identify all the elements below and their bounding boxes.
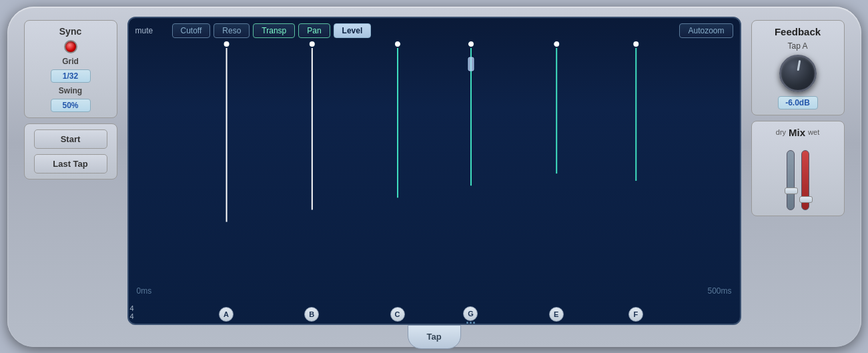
sync-label: Sync [59, 26, 81, 37]
plugin-shell: Sync Grid 1/32 Swing 50% Start Last Tap … [7, 7, 861, 347]
tap-circle-a[interactable]: A [219, 307, 234, 322]
time-sig-top: 4 [130, 304, 134, 312]
tab-level[interactable]: Level [334, 23, 372, 38]
tap-circle-e[interactable]: E [549, 307, 564, 322]
mix-header: dry Mix wet [757, 127, 839, 138]
tap-label-e: E [549, 307, 564, 322]
tap-circle-b[interactable]: B [304, 307, 319, 322]
sync-led[interactable] [64, 40, 77, 53]
svg-point-5 [394, 41, 401, 47]
svg-point-3 [308, 41, 315, 47]
svg-point-1 [223, 41, 230, 47]
wet-slider-thumb[interactable] [799, 196, 813, 203]
tap-label-a: A [219, 307, 234, 322]
tab-pan[interactable]: Pan [298, 23, 330, 38]
tab-reso[interactable]: Reso [213, 23, 250, 38]
feedback-label: Feedback [775, 26, 821, 37]
tap-label-f: F [628, 307, 643, 322]
last-tap-button[interactable]: Last Tap [34, 154, 107, 173]
dry-slider-track [787, 150, 795, 210]
swing-value[interactable]: 50% [51, 99, 91, 112]
grid-label: Grid [62, 57, 79, 66]
right-panel: Feedback Tap A -6.0dB dry Mix wet [745, 13, 851, 340]
sequencer-screen: mute Cutoff Reso Transp Pan Level Autozo… [127, 17, 741, 325]
left-panel: Sync Grid 1/32 Swing 50% Start Last Tap [17, 13, 124, 340]
time-label-start: 0ms [137, 286, 152, 296]
mix-section: dry Mix wet [751, 121, 845, 216]
tap-button[interactable]: Tap [408, 325, 461, 349]
start-button[interactable]: Start [34, 129, 107, 149]
svg-rect-8 [468, 57, 473, 71]
sync-section: Sync Grid 1/32 Swing 50% [24, 20, 117, 118]
svg-point-12 [632, 41, 639, 47]
svg-point-7 [467, 41, 474, 47]
feedback-knob[interactable] [779, 55, 817, 92]
feedback-section: Feedback Tap A -6.0dB [751, 20, 845, 115]
wet-label: wet [808, 128, 819, 136]
mix-label: Mix [789, 127, 805, 138]
tap-circle-g[interactable]: G [463, 306, 478, 321]
tap-labels-row: 4 4 A B C G [129, 302, 740, 324]
tap-circle-f[interactable]: F [628, 307, 643, 322]
tap-label-c: C [390, 307, 405, 322]
mute-label: mute [135, 26, 162, 35]
grid-value[interactable]: 1/32 [51, 69, 91, 83]
swing-label: Swing [59, 86, 82, 95]
tap-g-dots [466, 322, 475, 324]
tap-lines-svg [129, 41, 740, 282]
tap-label-g: G [463, 306, 478, 324]
mix-sliders [787, 143, 809, 210]
tab-cutoff[interactable]: Cutoff [172, 23, 211, 38]
wet-slider-track [801, 150, 809, 210]
time-sig: 4 4 [130, 304, 134, 320]
grid-area: 0ms 500ms [129, 41, 740, 302]
start-lasttap-section: Start Last Tap [24, 123, 117, 180]
svg-point-10 [553, 41, 560, 47]
dry-slider-thumb[interactable] [785, 188, 798, 194]
db-label[interactable]: -6.0dB [778, 96, 818, 109]
main-display: mute Cutoff Reso Transp Pan Level Autozo… [124, 13, 745, 340]
time-label-end: 500ms [707, 286, 731, 296]
dry-label: dry [776, 128, 786, 136]
tap-label-b: B [304, 307, 319, 322]
tap-a-label: Tap A [787, 41, 807, 51]
tap-circle-c[interactable]: C [390, 307, 405, 322]
tab-bar: mute Cutoff Reso Transp Pan Level Autozo… [129, 18, 740, 41]
time-sig-bot: 4 [130, 312, 134, 320]
autozoom-button[interactable]: Autozoom [679, 23, 733, 38]
tab-transp[interactable]: Transp [253, 23, 295, 38]
